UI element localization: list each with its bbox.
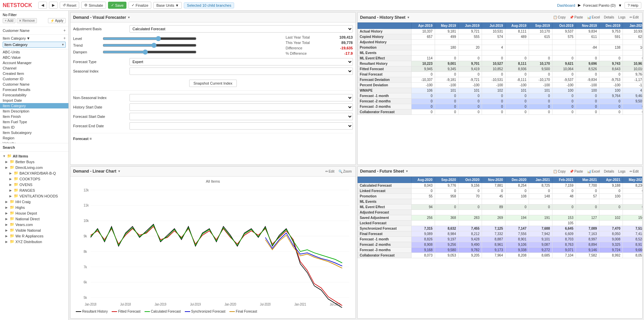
table-cell[interactable]: 8,936 (505, 66, 529, 72)
table-cell[interactable]: 9,724 (599, 247, 623, 253)
table-cell[interactable]: -100 (411, 83, 435, 88)
table-cell[interactable]: 9,008 (599, 236, 623, 242)
table-cell[interactable]: 0 (458, 72, 482, 77)
table-cell[interactable]: 9,945 (411, 66, 435, 72)
table-cell[interactable]: 8,208 (505, 253, 529, 258)
table-cell[interactable]: 0 (482, 104, 505, 109)
table-cell[interactable]: 0 (576, 72, 599, 77)
table-cell[interactable]: 0 (411, 72, 435, 77)
dropdown-item[interactable]: Item Category (0, 103, 68, 108)
table-cell[interactable]: 0 (482, 188, 505, 193)
add-customer-filter-icon[interactable]: + (63, 28, 66, 33)
forward-button[interactable]: ▶ (49, 2, 58, 9)
tree-item[interactable]: ▶ 📁 House Depot (0, 210, 68, 216)
table-cell[interactable]: 9,053 (435, 253, 458, 258)
table-cell[interactable]: 10,170 (529, 61, 552, 66)
table-cell[interactable] (552, 50, 576, 56)
future-edit-button[interactable]: ✏ Edit (629, 169, 640, 174)
table-cell[interactable] (599, 210, 623, 215)
table-cell[interactable]: 9,001 (435, 61, 458, 66)
tree-item[interactable]: ▶ 📁 OVENS (0, 182, 68, 187)
table-cell[interactable] (552, 199, 576, 204)
table-cell[interactable]: 8,763 (552, 242, 576, 247)
table-cell[interactable]: 0 (435, 204, 458, 210)
tree-item[interactable]: ▶ 📁 DirectLiving.com (0, 165, 68, 170)
table-cell[interactable]: 6,645 (552, 226, 576, 231)
table-cell[interactable]: 6,609 (552, 231, 576, 236)
table-cell[interactable]: 8,111 (505, 29, 529, 34)
future-excel-button[interactable]: 📊 Excel (586, 169, 601, 174)
table-cell[interactable]: -10,531 (482, 77, 505, 83)
table-cell[interactable]: 0 (576, 109, 599, 115)
table-cell[interactable]: 4 (482, 45, 505, 50)
tree-item[interactable]: ▶ 📁 Better Buys (0, 159, 68, 165)
history-sheet-title[interactable]: Demand - History Sheet ▼ (360, 15, 410, 20)
table-cell[interactable]: 10,527 (482, 61, 505, 66)
table-cell[interactable]: -100 (552, 83, 576, 88)
table-cell[interactable]: -9,834 (576, 77, 599, 83)
table-cell[interactable]: 8,050 (599, 231, 623, 236)
table-cell[interactable]: 0 (505, 56, 529, 61)
table-cell[interactable]: 10,531 (482, 29, 505, 34)
table-cell[interactable]: 10,963 (623, 61, 642, 66)
table-cell[interactable] (529, 50, 552, 56)
table-cell[interactable]: 9,106 (505, 242, 529, 247)
tree-toggle[interactable]: ▶ (5, 234, 9, 238)
table-cell[interactable]: 8,043 (411, 183, 435, 188)
table-cell[interactable]: 100 (576, 88, 599, 93)
table-cell[interactable]: 7,470 (599, 226, 623, 231)
table-cell[interactable]: 10,223 (411, 61, 435, 66)
table-cell[interactable]: 575 (552, 34, 576, 40)
table-cell[interactable]: 10,064 (552, 66, 576, 72)
future-details-button[interactable]: Details (603, 169, 615, 174)
table-cell[interactable]: 9,168 (411, 247, 435, 253)
table-cell[interactable] (599, 40, 623, 45)
table-cell[interactable] (505, 40, 529, 45)
simulate-button[interactable]: ⚙ Simulate (81, 2, 106, 9)
add-item-category-icon[interactable]: + (63, 36, 66, 41)
table-cell[interactable]: 7,455 (458, 226, 482, 231)
table-cell[interactable]: 100 (599, 88, 623, 93)
save-button[interactable]: ✓ Save (108, 2, 126, 9)
dropdown-item[interactable]: Forecast Results (0, 87, 68, 92)
table-cell[interactable]: 8,230 (623, 183, 642, 188)
table-cell[interactable]: -9,537 (552, 77, 576, 83)
table-cell[interactable]: 9,101 (529, 236, 552, 242)
table-cell[interactable]: -11 (623, 83, 642, 88)
dropdown-item[interactable]: Account Manager (0, 60, 68, 65)
table-cell[interactable]: 368 (435, 215, 458, 220)
table-cell[interactable]: 9,660 (623, 247, 642, 253)
table-cell[interactable]: 7,414 (623, 231, 642, 236)
tree-item[interactable]: ▶ 📁 We R Appliances (0, 233, 68, 239)
dropdown-item[interactable]: Item Description (0, 108, 68, 114)
table-cell[interactable]: 0 (552, 104, 576, 109)
table-cell[interactable]: 8,961 (482, 242, 505, 247)
table-cell[interactable]: 9,071 (552, 247, 576, 253)
table-cell[interactable]: 41 (623, 88, 642, 93)
table-cell[interactable]: 0 (505, 204, 529, 210)
table-cell[interactable]: 9,345 (435, 66, 458, 72)
history-start-select[interactable] (129, 103, 353, 111)
dropdown-item[interactable]: Customer Name (0, 82, 68, 87)
table-cell[interactable]: 0 (411, 104, 435, 109)
tree-item[interactable]: ▶ 📁 HH Craig (0, 199, 68, 204)
table-cell[interactable]: 0 (458, 93, 482, 99)
table-cell[interactable] (576, 40, 599, 45)
table-cell[interactable]: 9,256 (435, 242, 458, 247)
table-cell[interactable]: 0 (623, 56, 642, 61)
table-cell[interactable]: 9,753 (599, 29, 623, 34)
table-cell[interactable] (623, 50, 642, 56)
dropdown-item[interactable]: Customer ID (0, 76, 68, 82)
table-cell[interactable]: 0 (435, 56, 458, 61)
table-cell[interactable]: 7,332 (482, 231, 505, 236)
table-cell[interactable]: 153 (552, 215, 576, 220)
table-cell[interactable]: 8,992 (599, 253, 623, 258)
apply-filter-button[interactable]: ⚡ Apply (48, 18, 66, 23)
table-cell[interactable]: 8,984 (435, 231, 458, 236)
tree-item[interactable]: ▶ 📁 XYZ Distribution (0, 239, 68, 244)
table-cell[interactable]: 0 (482, 72, 505, 77)
table-cell[interactable]: 0 (529, 56, 552, 61)
table-cell[interactable]: 8,643 (599, 66, 623, 72)
table-cell[interactable]: 9,764 (599, 93, 623, 99)
table-cell[interactable]: 555 (458, 34, 482, 40)
